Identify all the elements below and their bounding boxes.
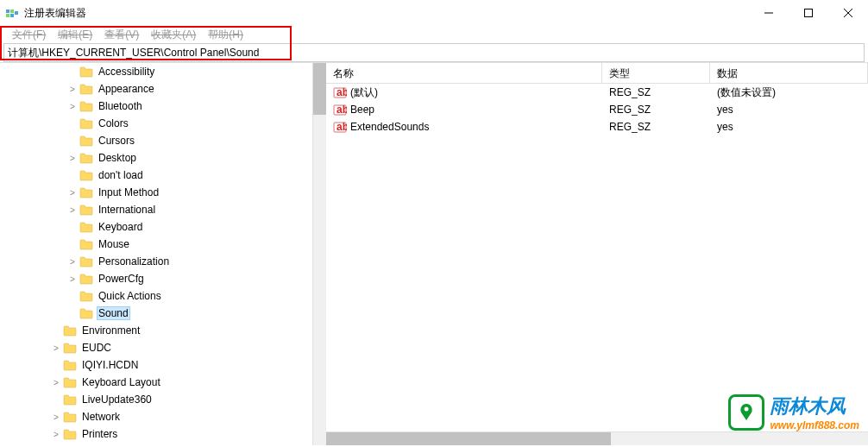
folder-icon bbox=[63, 411, 77, 423]
tree-label[interactable]: PowerCfg bbox=[97, 272, 146, 286]
svg-text:ab: ab bbox=[337, 86, 347, 98]
tree-expander-empty bbox=[67, 66, 78, 77]
tree-item[interactable]: >Bluetooth bbox=[0, 98, 312, 115]
tree-label[interactable]: Input Method bbox=[97, 186, 160, 199]
chevron-right-icon[interactable]: > bbox=[67, 101, 78, 111]
watermark-cn: 雨林木风 bbox=[770, 393, 859, 419]
folder-icon bbox=[63, 376, 77, 388]
watermark-url: www.ylmf888.com bbox=[770, 419, 859, 431]
tree-item[interactable]: >International bbox=[0, 201, 312, 218]
chevron-right-icon[interactable]: > bbox=[67, 187, 78, 198]
chevron-right-icon[interactable]: > bbox=[51, 412, 61, 422]
tree-label[interactable]: Keyboard Layout bbox=[80, 375, 162, 389]
list-scrollbar-h-thumb[interactable] bbox=[326, 432, 611, 445]
folder-icon bbox=[63, 428, 77, 440]
minimize-button[interactable] bbox=[749, 0, 789, 26]
cell-data: (数值未设置) bbox=[710, 85, 868, 101]
tree-item[interactable]: >Network bbox=[0, 408, 312, 425]
cell-type: REG_SZ bbox=[602, 120, 710, 134]
chevron-right-icon[interactable]: > bbox=[67, 256, 78, 267]
tree-label[interactable]: Sound bbox=[97, 306, 130, 320]
list-body[interactable]: ab(默认)REG_SZ(数值未设置)abBeepREG_SZyesabExte… bbox=[326, 84, 868, 431]
tree-item[interactable]: LiveUpdate360 bbox=[0, 391, 312, 408]
folder-icon bbox=[79, 238, 93, 250]
menu-view[interactable]: 查看(V) bbox=[99, 27, 144, 43]
menu-favorites[interactable]: 收藏夹(A) bbox=[146, 27, 201, 43]
tree-label[interactable]: Mouse bbox=[97, 237, 131, 251]
tree-scrollbar-thumb[interactable] bbox=[313, 63, 326, 115]
tree-label[interactable]: Colors bbox=[97, 116, 130, 130]
tree-item[interactable]: Sound bbox=[0, 305, 312, 322]
list-scrollbar-h[interactable] bbox=[326, 431, 868, 445]
chevron-right-icon[interactable]: > bbox=[67, 274, 78, 284]
tree-label[interactable]: Personalization bbox=[97, 255, 171, 268]
tree-label[interactable]: Desktop bbox=[97, 151, 138, 165]
chevron-right-icon[interactable]: > bbox=[67, 205, 78, 215]
tree-expander-empty bbox=[51, 325, 61, 336]
string-value-icon: ab bbox=[333, 120, 347, 134]
tree-label[interactable]: LiveUpdate360 bbox=[80, 393, 154, 406]
menu-file[interactable]: 文件(F) bbox=[7, 27, 51, 43]
folder-icon bbox=[79, 290, 93, 302]
tree-label[interactable]: Cursors bbox=[97, 134, 136, 148]
list-row[interactable]: ab(默认)REG_SZ(数值未设置) bbox=[326, 84, 868, 101]
tree-item[interactable]: Accessibility bbox=[0, 63, 312, 80]
tree-item[interactable]: >Input Method bbox=[0, 184, 312, 201]
tree-item[interactable]: Colors bbox=[0, 115, 312, 132]
maximize-button[interactable] bbox=[789, 0, 828, 26]
tree-item[interactable]: Keyboard bbox=[0, 218, 312, 236]
tree-pane[interactable]: Accessibility>Appearance>BluetoothColors… bbox=[0, 63, 312, 445]
col-data[interactable]: 数据 bbox=[710, 63, 868, 83]
close-button[interactable] bbox=[828, 0, 868, 26]
tree-item[interactable]: >Printers bbox=[0, 425, 312, 443]
tree-label[interactable]: Keyboard bbox=[97, 220, 144, 234]
tree-label[interactable]: Bluetooth bbox=[97, 99, 144, 113]
cell-type: REG_SZ bbox=[602, 85, 710, 99]
col-name[interactable]: 名称 bbox=[326, 63, 602, 83]
chevron-right-icon[interactable]: > bbox=[67, 153, 78, 163]
list-header: 名称 类型 数据 bbox=[326, 63, 868, 84]
address-input[interactable] bbox=[8, 47, 860, 59]
tree-scrollbar[interactable] bbox=[312, 63, 326, 445]
menu-help[interactable]: 帮助(H) bbox=[203, 27, 248, 43]
svg-rect-6 bbox=[805, 9, 813, 17]
tree-label[interactable]: Accessibility bbox=[97, 65, 156, 79]
address-bar[interactable] bbox=[3, 43, 865, 62]
tree-item[interactable]: Mouse bbox=[0, 236, 312, 253]
tree-label[interactable]: Network bbox=[80, 410, 122, 424]
chevron-right-icon[interactable]: > bbox=[67, 84, 78, 94]
tree-label[interactable]: don't load bbox=[97, 168, 145, 182]
tree-label[interactable]: International bbox=[97, 203, 157, 217]
menu-edit[interactable]: 编辑(E) bbox=[53, 27, 97, 43]
tree-label[interactable]: IQIYI.HCDN bbox=[80, 358, 140, 372]
tree-item[interactable]: >EUDC bbox=[0, 339, 312, 356]
chevron-right-icon[interactable]: > bbox=[51, 343, 61, 353]
tree-item[interactable]: don't load bbox=[0, 167, 312, 184]
tree-label[interactable]: EUDC bbox=[80, 341, 113, 355]
folder-icon bbox=[79, 135, 93, 147]
col-type[interactable]: 类型 bbox=[602, 63, 710, 83]
tree-expander-empty bbox=[67, 291, 78, 301]
tree-item[interactable]: Quick Actions bbox=[0, 287, 312, 305]
chevron-right-icon[interactable]: > bbox=[51, 429, 61, 439]
tree-label[interactable]: Appearance bbox=[97, 82, 156, 96]
tree-item[interactable]: IQIYI.HCDN bbox=[0, 356, 312, 374]
tree-label[interactable]: Printers bbox=[80, 427, 119, 441]
tree-expander-empty bbox=[67, 118, 78, 129]
tree-item[interactable]: >PowerCfg bbox=[0, 270, 312, 287]
tree-label[interactable]: Quick Actions bbox=[97, 289, 163, 303]
list-row[interactable]: abBeepREG_SZyes bbox=[326, 101, 868, 118]
chevron-right-icon[interactable]: > bbox=[51, 377, 61, 387]
tree-item[interactable]: Environment bbox=[0, 322, 312, 339]
value-name: (默认) bbox=[350, 85, 378, 100]
list-pane: 名称 类型 数据 ab(默认)REG_SZ(数值未设置)abBeepREG_SZ… bbox=[326, 63, 868, 445]
tree-item[interactable]: >Keyboard Layout bbox=[0, 374, 312, 391]
watermark-text: 雨林木风 www.ylmf888.com bbox=[770, 393, 859, 431]
tree-item[interactable]: >Personalization bbox=[0, 253, 312, 270]
tree-item[interactable]: Cursors bbox=[0, 132, 312, 149]
tree-label[interactable]: Environment bbox=[80, 324, 142, 337]
tree-item[interactable]: >Appearance bbox=[0, 80, 312, 98]
tree-item[interactable]: >Desktop bbox=[0, 149, 312, 167]
tree-expander-empty bbox=[51, 394, 61, 405]
list-row[interactable]: abExtendedSoundsREG_SZyes bbox=[326, 118, 868, 135]
